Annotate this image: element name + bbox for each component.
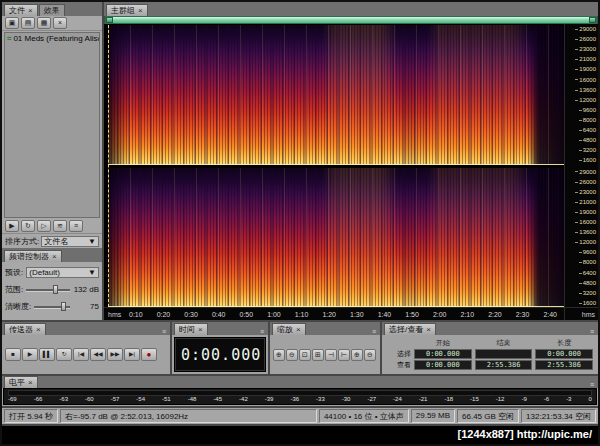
open-file-icon[interactable]: ▤: [21, 17, 35, 29]
time-tick-label: 1:40: [371, 311, 399, 318]
zoom-selection-right-button[interactable]: ⊢: [338, 349, 350, 361]
tab-transport-label: 传送器: [9, 324, 33, 335]
stop-button[interactable]: ■: [5, 348, 21, 361]
tab-main-group[interactable]: 主群组 ×: [106, 4, 148, 16]
close-icon[interactable]: ×: [28, 5, 33, 16]
zoom-selection-left-button[interactable]: ⊣: [325, 349, 337, 361]
view-start-field[interactable]: 0:00.000: [414, 360, 472, 370]
freq-tick-label: 9600: [579, 107, 596, 113]
tab-time[interactable]: 时间 ×: [174, 323, 208, 335]
panel-menu-icon[interactable]: ≡: [260, 328, 266, 335]
close-icon[interactable]: ×: [296, 324, 301, 335]
zoom-to-selection-button[interactable]: ⊞: [312, 349, 324, 361]
resolution-slider[interactable]: [34, 302, 70, 311]
zoom-navigator-bar[interactable]: [105, 16, 597, 24]
view-length-field[interactable]: 2:55.386: [535, 360, 593, 370]
panel-menu-icon[interactable]: ≡: [590, 381, 596, 388]
spectrogram-canvas[interactable]: [104, 24, 564, 307]
zoom-out-vertical-button[interactable]: ⊖: [364, 349, 376, 361]
level-tick-label: -63: [59, 396, 68, 402]
tab-files[interactable]: 文件 ×: [4, 4, 38, 16]
level-tick-label: -42: [239, 396, 248, 402]
level-meter[interactable]: -69-66-63-60-57-54-51-48-45-42-39-36-33-…: [3, 388, 597, 405]
play-button[interactable]: ▶: [22, 348, 38, 361]
level-tick-label: -66: [34, 396, 43, 402]
play-looped-button[interactable]: ↻: [56, 348, 72, 361]
resolution-slider-thumb[interactable]: [61, 302, 66, 311]
col-end-header: 结束: [475, 338, 533, 348]
import-file-icon[interactable]: ▣: [5, 17, 19, 29]
preset-dropdown[interactable]: (Default) ▼: [26, 267, 99, 278]
sort-value: 文件名: [44, 237, 68, 246]
tab-selection-view[interactable]: 选择/查看 ×: [384, 323, 436, 335]
close-icon[interactable]: ×: [52, 251, 57, 262]
fast-forward-button[interactable]: ▶▶: [107, 348, 123, 361]
auto-play-icon[interactable]: ▷: [37, 220, 51, 232]
rewind-button[interactable]: ◀◀: [90, 348, 106, 361]
spectrogram-left-channel[interactable]: [108, 25, 564, 165]
resolution-row: 清晰度: 75: [5, 299, 99, 313]
go-to-end-button[interactable]: ▶|: [124, 348, 140, 361]
time-tick-label: 1:50: [398, 311, 426, 318]
freq-tick-label: 3200: [579, 147, 596, 153]
levels-panel: 电平 × ≡ -69-66-63-60-57-54-51-48-45-42-39…: [2, 376, 598, 406]
freq-tick-label: 4800: [579, 137, 596, 143]
level-tick-label: -48: [188, 396, 197, 402]
tab-transport[interactable]: 传送器 ×: [4, 323, 46, 335]
status-segment: 29.59 MB: [411, 409, 455, 423]
panel-menu-icon[interactable]: ≡: [590, 328, 596, 335]
tab-time-label: 时间: [179, 324, 195, 335]
range-slider-thumb[interactable]: [53, 285, 58, 294]
view-end-field[interactable]: 2:55.386: [475, 360, 533, 370]
sort-dropdown[interactable]: 文件名 ▼: [41, 236, 99, 247]
time-display[interactable]: 0:00.000: [174, 337, 266, 372]
loop-playback-icon[interactable]: ↻: [21, 220, 35, 232]
go-to-start-button[interactable]: |◀: [73, 348, 89, 361]
tab-levels-label: 电平: [9, 377, 25, 388]
play-file-icon[interactable]: ▶: [5, 220, 19, 232]
close-icon[interactable]: ×: [138, 5, 143, 16]
close-file-icon[interactable]: ×: [53, 17, 67, 29]
selection-end-field[interactable]: [475, 349, 533, 359]
tab-main-group-label: 主群组: [111, 5, 135, 16]
panel-menu-icon[interactable]: ≡: [372, 328, 378, 335]
freq-tick-label: 19000: [575, 209, 596, 215]
playhead-line[interactable]: [108, 25, 109, 307]
zoom-in-vertical-button[interactable]: ⊕: [351, 349, 363, 361]
freq-tick-label: 12000: [575, 239, 596, 245]
selection-start-field[interactable]: 0:00.000: [414, 349, 472, 359]
pause-button[interactable]: ▌▌: [39, 348, 55, 361]
tab-files-label: 文件: [9, 5, 25, 16]
zoom-in-horizontal-button[interactable]: ⊕: [273, 349, 285, 361]
selection-length-field[interactable]: 0:00.000: [535, 349, 593, 359]
tab-zoom[interactable]: 缩放 ×: [272, 323, 306, 335]
record-button[interactable]: ●: [141, 348, 157, 361]
tab-spectral-controls[interactable]: 频谱控制器 ×: [4, 250, 62, 262]
level-tick-label: -15: [470, 396, 479, 402]
close-icon[interactable]: ×: [426, 324, 431, 335]
range-slider[interactable]: [26, 285, 70, 294]
file-list-item[interactable]: ≈ 01 Meds (Featuring Alison: [5, 33, 99, 44]
tab-effects[interactable]: 效果: [39, 4, 65, 16]
time-ruler-unit-left: hms: [108, 311, 122, 318]
panel-menu-icon[interactable]: ≡: [162, 328, 168, 335]
close-icon[interactable]: ×: [198, 324, 203, 335]
save-file-icon[interactable]: ▦: [37, 17, 51, 29]
close-icon[interactable]: ×: [36, 324, 41, 335]
panel-options-icon[interactable]: ≡: [69, 220, 83, 232]
file-list[interactable]: ≈ 01 Meds (Featuring Alison: [4, 32, 100, 218]
follow-options-icon[interactable]: ≋: [53, 220, 67, 232]
frequency-ruler[interactable]: 2900026000230002100019000160001360012000…: [564, 24, 598, 307]
status-segment: 44100 • 16 位 • 立体声: [319, 409, 409, 423]
level-tick-label: -60: [85, 396, 94, 402]
time-ruler[interactable]: hms 0:100:200:300:400:501:001:101:201:30…: [104, 307, 564, 320]
level-tick-label: -9: [521, 396, 526, 402]
zoom-full-button[interactable]: ⊡: [299, 349, 311, 361]
tab-levels[interactable]: 电平 ×: [4, 376, 38, 388]
frequency-ruler-left: 2900026000230002100019000160001360012000…: [565, 25, 598, 165]
freq-tick-label: 6400: [579, 270, 596, 276]
spectral-display: 2900026000230002100019000160001360012000…: [104, 24, 598, 320]
spectrogram-right-channel[interactable]: [108, 168, 564, 308]
close-icon[interactable]: ×: [28, 377, 33, 388]
zoom-out-horizontal-button[interactable]: ⊖: [286, 349, 298, 361]
